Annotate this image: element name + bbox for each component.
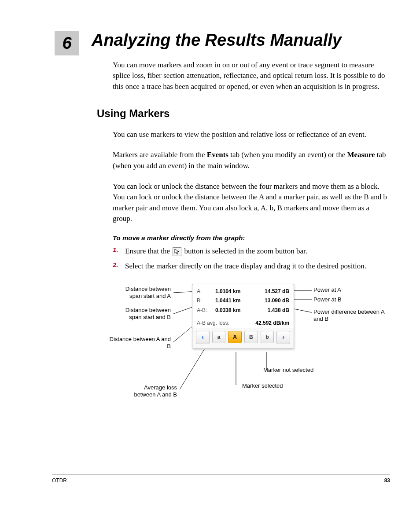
chapter-number: 6 [62, 34, 71, 53]
row-A-power: 14.527 dB [254, 287, 289, 297]
avg-loss-row: A-B avg. loss: 42.592 dB/km [192, 318, 294, 328]
p2-measure-term: Measure [347, 150, 375, 159]
pointer-tool-icon [173, 247, 181, 256]
marker-b-button[interactable]: b [261, 331, 274, 343]
row-AB-distance: 0.0338 km [215, 306, 251, 316]
p2-events-term: Events [207, 150, 228, 159]
marker-next-button[interactable]: › [276, 331, 290, 344]
callout-power-diff: Power difference between A and B [313, 308, 388, 323]
marker-panel-figure: A: 1.0104 km 14.527 dB B: 1.0441 km 13.0… [30, 284, 390, 411]
panel-separator [195, 317, 291, 317]
row-AB-power: 1.438 dB [254, 306, 289, 316]
row-B-distance: 1.0441 km [215, 296, 251, 306]
marker-prev-button[interactable]: ‹ [196, 331, 210, 344]
callout-power-A: Power at A [313, 286, 384, 294]
footer-page-number: 83 [384, 477, 390, 484]
row-B-label: B: [197, 296, 212, 306]
p2-pre: Markers are available from the [113, 150, 207, 159]
callout-marker-selected: Marker selected [242, 382, 313, 389]
footer-doc-name: OTDR [52, 477, 67, 484]
section-heading: Using Markers [97, 107, 390, 120]
step-1-pre: Ensure that the [125, 247, 172, 255]
step-1-post: button is selected in the zoom button ba… [184, 247, 307, 255]
step-1: 1. Ensure that the button is selected in… [113, 246, 390, 257]
callout-power-B: Power at B [313, 296, 384, 303]
section-p3: You can lock or unlock the distance betw… [113, 181, 388, 225]
step-1-text: Ensure that the button is selected in th… [125, 246, 307, 257]
callout-marker-not-selected: Marker not selected [263, 367, 343, 374]
intro-paragraph: You can move markers and zoom in on or o… [113, 60, 388, 92]
row-A-label: A: [197, 287, 212, 297]
row-B: B: 1.0441 km 13.090 dB [197, 296, 289, 306]
page-footer: OTDR 83 [52, 474, 390, 484]
callout-avg-loss: Average loss between A and B [127, 384, 177, 399]
section-p2: Markers are available from the Events ta… [113, 150, 388, 171]
row-A: A: 1.0104 km 14.527 dB [197, 287, 289, 297]
callout-dist-AB: Distance between A and B [108, 336, 171, 350]
marker-a-button[interactable]: a [212, 331, 226, 343]
callout-dist-A: Distance between span start and A [114, 286, 171, 300]
chapter-title: Analyzing the Results Manually [92, 31, 390, 50]
step-2: 2. Select the marker directly on the tra… [113, 261, 390, 272]
step-1-number: 1. [113, 246, 125, 257]
procedure-heading: To move a marker directly from the graph… [113, 234, 390, 242]
marker-button-bar: ‹ a A B b › [192, 328, 294, 349]
marker-readout-panel: A: 1.0104 km 14.527 dB B: 1.0441 km 13.0… [192, 284, 294, 349]
avg-loss-value: 42.592 dB/km [255, 320, 289, 326]
step-2-number: 2. [113, 261, 125, 272]
section-p1: You can use markers to view the position… [113, 129, 388, 140]
marker-B-button[interactable]: B [244, 331, 258, 343]
marker-A-button[interactable]: A [228, 331, 242, 343]
row-A-distance: 1.0104 km [215, 287, 251, 297]
row-B-power: 13.090 dB [254, 296, 289, 306]
row-AB-label: A-B: [197, 306, 212, 316]
chapter-number-box: 6 [55, 31, 79, 55]
avg-loss-label: A-B avg. loss: [197, 320, 229, 326]
callout-dist-B: Distance between span start and B [114, 307, 171, 321]
p2-mid: tab (when you modify an event) or the [228, 150, 347, 159]
step-2-text: Select the marker directly on the trace … [125, 261, 366, 272]
row-AB: A-B: 0.0338 km 1.438 dB [197, 306, 289, 316]
